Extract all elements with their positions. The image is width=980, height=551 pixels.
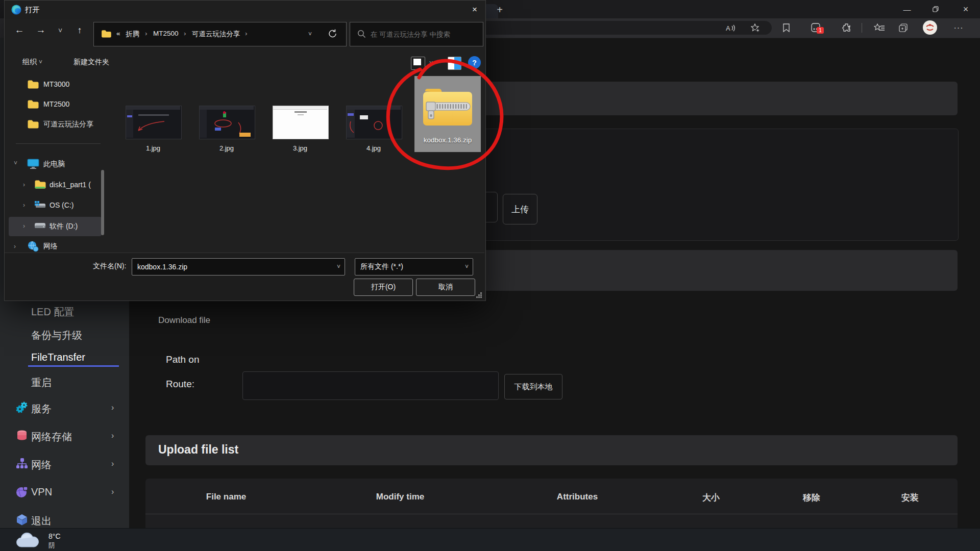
sidebar-item-exit[interactable]: 退出 — [31, 514, 52, 528]
preview-pane-half — [454, 57, 461, 69]
col-modify-time: Modify time — [376, 492, 424, 502]
tree-item-disk1[interactable]: disk1_part1 ( — [50, 181, 91, 189]
col-size: 大小 — [702, 492, 720, 504]
tree-collapsed-icon[interactable]: › — [23, 181, 25, 188]
tree-item-this-pc[interactable]: 此电脑 — [43, 160, 65, 169]
file-thumbnail[interactable] — [126, 106, 182, 139]
organize-menu[interactable]: 组织 ˅ — [22, 58, 42, 67]
selected-file-tile[interactable]: kodbox.1.36.zip — [414, 76, 481, 152]
tree-item-os-c[interactable]: OS (C:) — [50, 201, 74, 209]
os-drive-icon — [34, 201, 46, 211]
search-input[interactable] — [370, 29, 479, 40]
services-gears-icon — [15, 401, 29, 416]
search-icon — [357, 30, 366, 40]
route-input[interactable] — [242, 371, 499, 400]
file-name-label[interactable]: 2.jpg — [199, 144, 254, 152]
filetype-select[interactable]: 所有文件 (*.*) ˅ — [355, 258, 473, 276]
weather-temp[interactable]: 8°C — [48, 532, 61, 540]
forward-button[interactable]: → — [33, 23, 48, 37]
new-folder-button[interactable]: 新建文件夹 — [74, 58, 109, 67]
settings-menu-icon[interactable]: ··· — [950, 21, 967, 35]
this-pc-icon — [27, 159, 39, 171]
back-button[interactable]: ← — [12, 23, 27, 37]
sidebar-item-led[interactable]: LED 配置 — [31, 305, 74, 319]
tree-item-network[interactable]: 网络 — [43, 242, 58, 251]
file-name-label[interactable]: 1.jpg — [126, 144, 181, 152]
breadcrumb-sep-3: › — [245, 30, 248, 37]
sidebar-item-filetransfer[interactable]: FileTransfer — [31, 352, 85, 363]
resize-grip[interactable] — [476, 291, 482, 300]
favorites-list-icon[interactable] — [872, 21, 887, 35]
toolbar-divider — [862, 23, 862, 33]
read-aloud-icon[interactable]: A — [724, 21, 738, 35]
help-button[interactable]: ? — [468, 56, 481, 69]
add-favorite-star-icon[interactable] — [748, 21, 763, 35]
favorites-flag-icon[interactable] — [779, 21, 793, 35]
preview-pane-icon[interactable] — [448, 57, 461, 70]
breadcrumb-crumb-2[interactable]: MT2500 — [153, 30, 179, 37]
dialog-titlebar[interactable] — [5, 1, 484, 19]
drive-icon — [34, 222, 46, 231]
sidebar-item-vpn[interactable]: VPN — [31, 486, 52, 498]
profile-avatar[interactable] — [923, 20, 937, 35]
shopping-app-icon[interactable]: 1 — [808, 21, 824, 35]
upload-button[interactable]: 上传 — [503, 194, 537, 224]
sidebar-item-network[interactable]: 网络 — [31, 458, 52, 472]
sidebar-item-services[interactable]: 服务 — [31, 402, 52, 416]
selected-file-name-label[interactable]: kodbox.1.36.zip — [414, 136, 481, 144]
tree-collapsed-icon[interactable]: › — [23, 222, 25, 230]
upload-table-header-row: File name Modify time Attributes 大小 移除 安… — [145, 479, 958, 514]
tree-item-kodcloud-share[interactable]: 可道云玩法分享 — [43, 120, 93, 129]
file-thumbnail[interactable] — [273, 106, 329, 139]
tree-item-mt2500[interactable]: MT2500 — [43, 100, 69, 108]
address-bar[interactable]: « 折腾 › MT2500 › 可道云玩法分享 › ˅ — [93, 22, 347, 46]
breadcrumb-crumb-3[interactable]: 可道云玩法分享 — [192, 30, 240, 39]
download-to-local-button[interactable]: 下载到本地 — [504, 374, 562, 399]
view-mode-icon[interactable] — [411, 57, 425, 70]
filename-input-field[interactable] — [136, 261, 332, 272]
file-name-label[interactable]: 3.jpg — [273, 144, 328, 152]
exit-cube-icon — [15, 513, 29, 529]
breadcrumb-crumb-1[interactable]: 折腾 — [126, 30, 139, 39]
dialog-close-button[interactable]: × — [467, 3, 483, 17]
open-file-dialog: 打开 × ← → ˅ ↑ « 折腾 › MT2500 › 可道云玩法分享 › ˅ — [4, 0, 486, 301]
extensions-puzzle-icon[interactable] — [839, 21, 853, 35]
zip-folder-icon — [421, 85, 474, 131]
breadcrumb-ellipsis[interactable]: « — [116, 30, 120, 37]
col-attributes: Attributes — [557, 492, 598, 502]
file-thumbnail[interactable] — [346, 106, 402, 139]
breadcrumb-sep-1: › — [145, 30, 148, 37]
tree-scrollbar[interactable] — [101, 170, 104, 235]
address-dropdown-caret[interactable]: ˅ — [308, 31, 312, 38]
weather-condition[interactable]: 阴 — [48, 541, 55, 550]
sidebar-item-reboot[interactable]: 重启 — [31, 376, 52, 390]
services-chevron-icon: › — [111, 403, 114, 412]
window-restore-button[interactable] — [927, 2, 944, 16]
open-button[interactable]: 打开(O) — [354, 279, 413, 296]
refresh-icon[interactable] — [328, 29, 338, 41]
weather-cloud-icon[interactable] — [14, 532, 41, 551]
restore-icon — [933, 6, 939, 12]
tree-item-mt3000[interactable]: MT3000 — [43, 80, 69, 88]
tree-collapsed-icon[interactable]: › — [14, 243, 16, 250]
cancel-button[interactable]: 取消 — [416, 279, 475, 296]
file-thumbnail[interactable] — [199, 106, 255, 139]
recent-locations-caret[interactable]: ˅ — [54, 24, 67, 37]
window-minimize-button[interactable]: — — [898, 2, 916, 16]
search-box[interactable] — [350, 22, 483, 46]
filename-input[interactable]: ˅ — [132, 258, 345, 276]
filetype-dropdown-caret: ˅ — [465, 263, 469, 270]
tree-collapsed-icon[interactable]: › — [23, 202, 25, 209]
collections-icon[interactable] — [896, 21, 912, 35]
tree-expand-icon[interactable]: ˅ — [14, 160, 17, 167]
sidebar-item-backup-upgrade[interactable]: 备份与升级 — [31, 329, 82, 342]
view-mode-caret[interactable]: ˅ — [429, 60, 433, 67]
filename-dropdown-caret[interactable]: ˅ — [337, 263, 340, 270]
new-tab-button[interactable]: + — [493, 3, 506, 16]
sidebar-item-network-storage[interactable]: 网络存储 — [31, 430, 72, 444]
tree-item-software-d[interactable]: 软件 (D:) — [50, 222, 78, 231]
up-button[interactable]: ↑ — [72, 23, 87, 37]
file-name-label[interactable]: 4.jpg — [346, 144, 401, 152]
window-close-button[interactable]: × — [957, 2, 975, 16]
route-label: Route: — [166, 379, 194, 390]
